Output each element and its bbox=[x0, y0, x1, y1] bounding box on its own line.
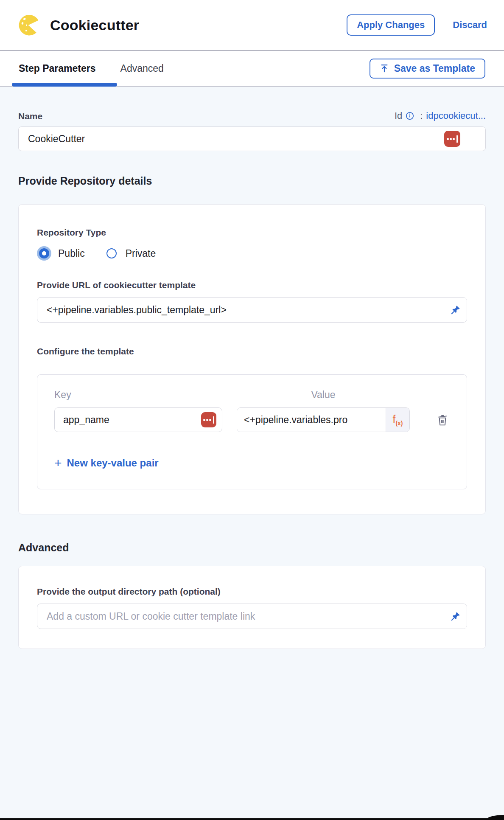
radio-selected-icon[interactable] bbox=[39, 248, 49, 258]
discard-button[interactable]: Discard bbox=[453, 20, 487, 31]
value-column-header: Value bbox=[237, 389, 410, 401]
output-directory-label: Provide the output directory path (optio… bbox=[37, 587, 467, 597]
id-label: Id bbox=[395, 110, 402, 121]
configure-template-label: Configure the template bbox=[37, 346, 467, 357]
trash-icon bbox=[436, 413, 449, 427]
pin-icon bbox=[451, 305, 461, 315]
value-input[interactable] bbox=[237, 408, 386, 432]
apply-changes-button[interactable]: Apply Changes bbox=[347, 14, 435, 36]
radio-private[interactable]: Private bbox=[104, 246, 156, 261]
expression-fx-button[interactable]: f(x) bbox=[386, 408, 409, 432]
new-key-value-pair-button[interactable]: + New key-value pair bbox=[54, 457, 450, 469]
key-input[interactable] bbox=[54, 407, 222, 432]
key-value-table: Key Value f(x) bbox=[37, 374, 467, 489]
repository-type-radio-group: Public Private bbox=[37, 246, 467, 261]
info-icon[interactable] bbox=[406, 112, 414, 120]
advanced-card: Provide the output directory path (optio… bbox=[18, 566, 486, 649]
output-directory-input[interactable] bbox=[37, 604, 444, 629]
password-manager-icon[interactable] bbox=[201, 412, 216, 427]
pin-icon bbox=[451, 611, 461, 621]
tab-advanced[interactable]: Advanced bbox=[120, 63, 164, 74]
password-manager-icon[interactable] bbox=[444, 131, 460, 147]
tab-step-parameters[interactable]: Step Parameters bbox=[19, 63, 96, 74]
value-field: f(x) bbox=[237, 407, 410, 432]
delete-row-button[interactable] bbox=[436, 413, 449, 427]
page-title: Cookiecutter bbox=[50, 17, 139, 34]
tab-bar: Step Parameters Advanced Save as Templat… bbox=[0, 51, 504, 87]
pin-button[interactable] bbox=[444, 298, 467, 322]
active-tab-indicator bbox=[12, 83, 117, 87]
save-as-template-button[interactable]: Save as Template bbox=[370, 59, 485, 79]
step-parameters-content: Name Id : idpcookiecut... Provide Reposi… bbox=[0, 87, 504, 820]
name-label: Name bbox=[18, 111, 42, 121]
id-colon: : bbox=[420, 110, 423, 121]
template-url-input[interactable] bbox=[37, 298, 444, 322]
plus-icon: + bbox=[54, 457, 62, 469]
repository-type-label: Repository Type bbox=[37, 227, 467, 238]
radio-public[interactable]: Public bbox=[37, 246, 85, 261]
step-config-panel: Cookiecutter Apply Changes Discard Step … bbox=[0, 0, 504, 820]
advanced-heading: Advanced bbox=[18, 542, 486, 554]
upload-icon bbox=[380, 64, 389, 73]
key-value-row: f(x) bbox=[54, 407, 450, 432]
template-url-field bbox=[37, 297, 467, 323]
cookiecutter-logo-icon bbox=[17, 13, 41, 37]
repository-details-card: Repository Type Public Private Provide U… bbox=[18, 204, 486, 514]
pin-button[interactable] bbox=[444, 604, 467, 629]
bottom-edge-artifact bbox=[0, 818, 504, 820]
key-column-header: Key bbox=[54, 389, 222, 401]
id-value[interactable]: idpcookiecut... bbox=[426, 110, 486, 121]
name-input[interactable] bbox=[18, 126, 486, 151]
template-url-label: Provide URL of cookiecutter template bbox=[37, 280, 467, 290]
output-directory-field bbox=[37, 604, 467, 629]
header: Cookiecutter Apply Changes Discard bbox=[0, 0, 504, 50]
radio-unselected-icon[interactable] bbox=[106, 248, 117, 258]
repository-details-heading: Provide Repository details bbox=[18, 175, 486, 187]
